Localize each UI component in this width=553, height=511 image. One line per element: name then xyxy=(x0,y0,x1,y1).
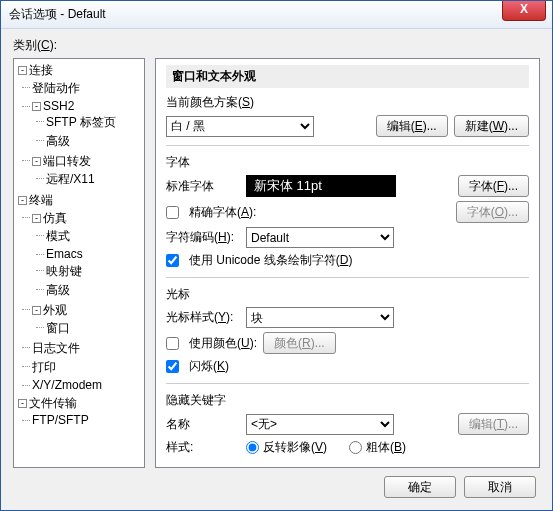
tree-sftp[interactable]: SFTP 标签页 xyxy=(46,115,116,129)
fonts-header: 字体 xyxy=(166,154,529,171)
unicode-label: 使用 Unicode 线条绘制字符(D) xyxy=(189,252,352,269)
charenc-label: 字符编码(H): xyxy=(166,229,240,246)
new-scheme-button[interactable]: 新建(W)... xyxy=(454,115,529,137)
tree-emacs[interactable]: Emacs xyxy=(46,247,83,261)
edit-hidden-button: 编辑(T)... xyxy=(458,413,529,435)
tree-login[interactable]: 登陆动作 xyxy=(32,81,80,95)
tree-mode[interactable]: 模式 xyxy=(46,229,70,243)
tree-print[interactable]: 打印 xyxy=(32,360,56,374)
expand-icon[interactable]: - xyxy=(32,102,41,111)
tree-ssh2[interactable]: SSH2 xyxy=(43,99,74,113)
style-reverse-radio[interactable]: 反转影像(V) xyxy=(246,439,327,456)
usecolor-checkbox[interactable] xyxy=(166,337,179,350)
expand-icon[interactable]: - xyxy=(18,196,27,205)
blink-label: 闪烁(K) xyxy=(189,358,229,375)
dialog-footer: 确定 取消 xyxy=(384,476,536,498)
name-label: 名称 xyxy=(166,416,240,433)
stdfont-display: 新宋体 11pt xyxy=(246,175,396,197)
dialog-window: 会话选项 - Default X 类别(C): -连接 登陆动作 -SSH2 S… xyxy=(0,0,553,511)
expand-icon[interactable]: - xyxy=(32,306,41,315)
close-button[interactable]: X xyxy=(502,1,546,21)
tree-xyz[interactable]: X/Y/Zmodem xyxy=(32,378,102,392)
scheme-label: 当前颜色方案(S) xyxy=(166,94,529,111)
cursorstyle-label: 光标样式(Y): xyxy=(166,309,240,326)
font-button[interactable]: 字体(F)... xyxy=(458,175,529,197)
tree-ftp[interactable]: FTP/SFTP xyxy=(32,413,89,427)
precise-font-label: 精确字体(A): xyxy=(189,204,256,221)
cancel-button[interactable]: 取消 xyxy=(464,476,536,498)
tree-appearance[interactable]: 外观 xyxy=(43,303,67,317)
settings-panel: 窗口和文本外观 当前颜色方案(S) 白 / 黑 编辑(E)... 新建(W)..… xyxy=(155,58,540,468)
charenc-select[interactable]: Default xyxy=(246,227,394,248)
ok-button[interactable]: 确定 xyxy=(384,476,456,498)
expand-icon[interactable]: - xyxy=(18,66,27,75)
style-bold-radio[interactable]: 粗体(B) xyxy=(349,439,406,456)
stdfont-label: 标准字体 xyxy=(166,178,240,195)
category-tree[interactable]: -连接 登陆动作 -SSH2 SFTP 标签页 高级 -端口转发 远程/X11 xyxy=(13,58,145,468)
tree-terminal[interactable]: 终端 xyxy=(29,193,53,207)
usecolor-label: 使用颜色(U): xyxy=(189,335,257,352)
name-select[interactable]: <无> xyxy=(246,414,394,435)
tree-emulation[interactable]: 仿真 xyxy=(43,211,67,225)
tree-portfwd[interactable]: 端口转发 xyxy=(43,154,91,168)
font-button-2: 字体(O)... xyxy=(456,201,529,223)
cursorstyle-select[interactable]: 块 xyxy=(246,307,394,328)
precise-font-checkbox[interactable] xyxy=(166,206,179,219)
hidden-header: 隐藏关键字 xyxy=(166,392,529,409)
tree-mapkeys[interactable]: 映射键 xyxy=(46,264,82,278)
content-area: 类别(C): -连接 登陆动作 -SSH2 SFTP 标签页 高级 xyxy=(1,29,552,510)
cursor-header: 光标 xyxy=(166,286,529,303)
tree-adv2[interactable]: 高级 xyxy=(46,283,70,297)
color-button: 颜色(R)... xyxy=(263,332,336,354)
tree-remote[interactable]: 远程/X11 xyxy=(46,172,95,186)
tree-logfile[interactable]: 日志文件 xyxy=(32,341,80,355)
tree-window[interactable]: 窗口 xyxy=(46,321,70,335)
tree-advanced[interactable]: 高级 xyxy=(46,134,70,148)
unicode-checkbox[interactable] xyxy=(166,254,179,267)
titlebar: 会话选项 - Default X xyxy=(1,1,552,29)
tree-connect[interactable]: 连接 xyxy=(29,63,53,77)
category-label: 类别(C): xyxy=(13,37,540,54)
panel-title: 窗口和文本外观 xyxy=(166,65,529,88)
edit-scheme-button[interactable]: 编辑(E)... xyxy=(376,115,448,137)
expand-icon[interactable]: - xyxy=(32,214,41,223)
scheme-select[interactable]: 白 / 黑 xyxy=(166,116,314,137)
window-title: 会话选项 - Default xyxy=(9,6,106,23)
blink-checkbox[interactable] xyxy=(166,360,179,373)
expand-icon[interactable]: - xyxy=(18,399,27,408)
style-label: 样式: xyxy=(166,439,240,456)
tree-filetrans[interactable]: 文件传输 xyxy=(29,396,77,410)
expand-icon[interactable]: - xyxy=(32,157,41,166)
